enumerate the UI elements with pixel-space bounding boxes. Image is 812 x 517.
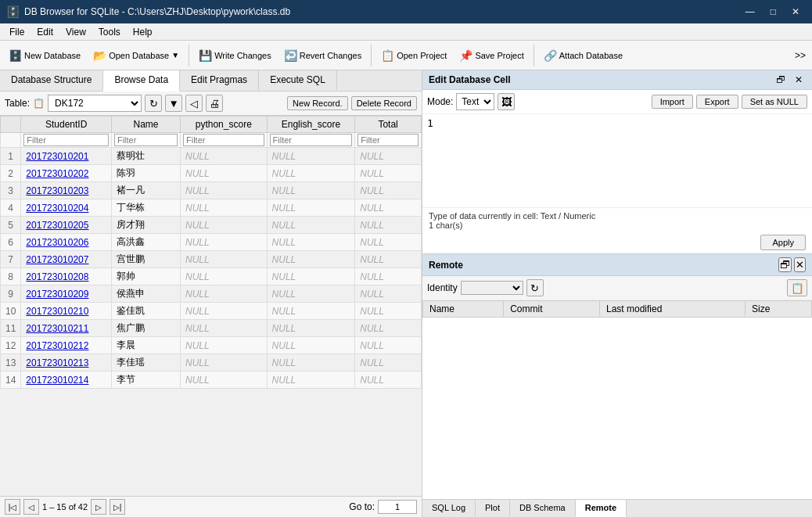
cell-studentid[interactable]: 201723010209 (21, 285, 112, 303)
import-button[interactable]: Import (652, 95, 693, 109)
cell-name[interactable]: 房才翔 (111, 217, 180, 234)
remote-col-commit[interactable]: Commit (504, 301, 600, 318)
cell-total[interactable]: NULL (355, 303, 422, 320)
cell-name[interactable]: 蔡明壮 (111, 148, 180, 165)
cell-python[interactable]: NULL (181, 251, 268, 268)
new-database-button[interactable]: 🗄️ New Database (3, 46, 86, 65)
cell-studentid[interactable]: 201723010201 (21, 148, 112, 165)
print-button[interactable]: 🖨 (206, 95, 223, 112)
tab-browse-data[interactable]: Browse Data (103, 70, 180, 92)
remote-restore-button[interactable]: 🗗 (778, 257, 792, 272)
cell-python[interactable]: NULL (181, 303, 268, 320)
prev-page-button[interactable]: ◁ (23, 499, 39, 515)
bottom-tab-db-schema[interactable]: DB Schema (510, 500, 576, 517)
remote-col-name[interactable]: Name (423, 301, 504, 318)
bottom-tab-plot[interactable]: Plot (476, 500, 510, 517)
cell-python[interactable]: NULL (181, 165, 268, 182)
prev-col-button[interactable]: ◁ (185, 95, 203, 112)
filter-python-input[interactable] (183, 134, 264, 146)
cell-total[interactable]: NULL (355, 372, 422, 389)
open-database-button[interactable]: 📂 Open Database ▼ (88, 46, 185, 65)
export-button[interactable]: Export (696, 95, 738, 109)
cell-english[interactable]: NULL (267, 217, 355, 234)
next-page-button[interactable]: ▷ (91, 499, 106, 515)
cell-studentid[interactable]: 201723010214 (21, 372, 112, 389)
cell-studentid[interactable]: 201723010206 (21, 234, 112, 251)
menu-tools[interactable]: Tools (92, 25, 127, 39)
cell-english[interactable]: NULL (267, 320, 355, 337)
filter-studentid[interactable] (21, 133, 112, 148)
cell-name[interactable]: 褚一凡 (111, 182, 180, 199)
toolbar-overflow[interactable]: >> (792, 47, 809, 64)
mode-selector[interactable]: Text (456, 93, 494, 110)
filter-english[interactable] (267, 133, 355, 148)
tab-edit-pragmas[interactable]: Edit Pragmas (180, 70, 259, 91)
cell-total[interactable]: NULL (355, 148, 422, 165)
bottom-tab-remote[interactable]: Remote (576, 500, 627, 517)
tab-database-structure[interactable]: Database Structure (0, 70, 103, 91)
remote-action-button[interactable]: 📋 (787, 279, 807, 296)
cell-name[interactable]: 侯燕申 (111, 285, 180, 303)
cell-studentid[interactable]: 201723010211 (21, 320, 112, 337)
last-page-button[interactable]: ▷| (110, 499, 125, 515)
cell-python[interactable]: NULL (181, 285, 268, 303)
cell-english[interactable]: NULL (267, 285, 355, 303)
remote-close-button[interactable]: ✕ (794, 257, 806, 272)
cell-name[interactable]: 高洪鑫 (111, 234, 180, 251)
filter-button[interactable]: ▼ (165, 95, 182, 112)
cell-studentid[interactable]: 201723010210 (21, 303, 112, 320)
menu-view[interactable]: View (59, 25, 92, 39)
revert-changes-button[interactable]: ↩️ Revert Changes (278, 46, 368, 65)
cell-studentid[interactable]: 201723010212 (21, 337, 112, 354)
cell-total[interactable]: NULL (355, 199, 422, 217)
cell-english[interactable]: NULL (267, 148, 355, 165)
cell-python[interactable]: NULL (181, 372, 268, 389)
col-header-english[interactable]: English_score (267, 117, 355, 133)
cell-name[interactable]: 郭帅 (111, 268, 180, 285)
filter-python[interactable] (181, 133, 268, 148)
cell-studentid[interactable]: 201723010205 (21, 217, 112, 234)
cell-total[interactable]: NULL (355, 165, 422, 182)
cell-total[interactable]: NULL (355, 217, 422, 234)
cell-value-textarea[interactable]: 1 (422, 114, 812, 208)
cell-total[interactable]: NULL (355, 337, 422, 354)
cell-name[interactable]: 鉴佳凯 (111, 303, 180, 320)
cell-name[interactable]: 陈羽 (111, 165, 180, 182)
remote-table-wrapper[interactable]: Name Commit Last modified Size (422, 300, 812, 499)
apply-button[interactable]: Apply (760, 235, 806, 250)
cell-total[interactable]: NULL (355, 182, 422, 199)
filter-total[interactable] (355, 133, 422, 148)
cell-total[interactable]: NULL (355, 234, 422, 251)
goto-input[interactable]: 1 (378, 500, 417, 514)
cell-python[interactable]: NULL (181, 148, 268, 165)
remote-refresh-button[interactable]: ↻ (526, 279, 544, 296)
filter-english-input[interactable] (270, 134, 353, 146)
cell-studentid[interactable]: 201723010207 (21, 251, 112, 268)
minimize-button[interactable]: — (739, 5, 761, 19)
open-db-dropdown-icon[interactable]: ▼ (171, 51, 179, 59)
filter-total-input[interactable] (357, 134, 419, 146)
cell-python[interactable]: NULL (181, 354, 268, 372)
open-project-button[interactable]: 📋 Open Project (375, 46, 452, 65)
remote-col-size[interactable]: Size (746, 301, 812, 318)
col-header-studentid[interactable]: StudentID (21, 117, 112, 133)
cell-total[interactable]: NULL (355, 251, 422, 268)
edit-cell-action-button[interactable]: 🖼 (498, 93, 515, 110)
cell-english[interactable]: NULL (267, 234, 355, 251)
cell-english[interactable]: NULL (267, 251, 355, 268)
cell-english[interactable]: NULL (267, 337, 355, 354)
cell-studentid[interactable]: 201723010203 (21, 182, 112, 199)
cell-english[interactable]: NULL (267, 372, 355, 389)
cell-name[interactable]: 焦广鹏 (111, 320, 180, 337)
cell-english[interactable]: NULL (267, 354, 355, 372)
write-changes-button[interactable]: 💾 Write Changes (193, 46, 277, 65)
cell-english[interactable]: NULL (267, 303, 355, 320)
cell-studentid[interactable]: 201723010202 (21, 165, 112, 182)
attach-database-button[interactable]: 🔗 Attach Database (538, 46, 628, 65)
filter-name[interactable] (111, 133, 180, 148)
edit-cell-restore-button[interactable]: 🗗 (773, 74, 789, 86)
cell-total[interactable]: NULL (355, 320, 422, 337)
filter-name-input[interactable] (114, 134, 178, 146)
cell-python[interactable]: NULL (181, 199, 268, 217)
cell-name[interactable]: 丁华栋 (111, 199, 180, 217)
